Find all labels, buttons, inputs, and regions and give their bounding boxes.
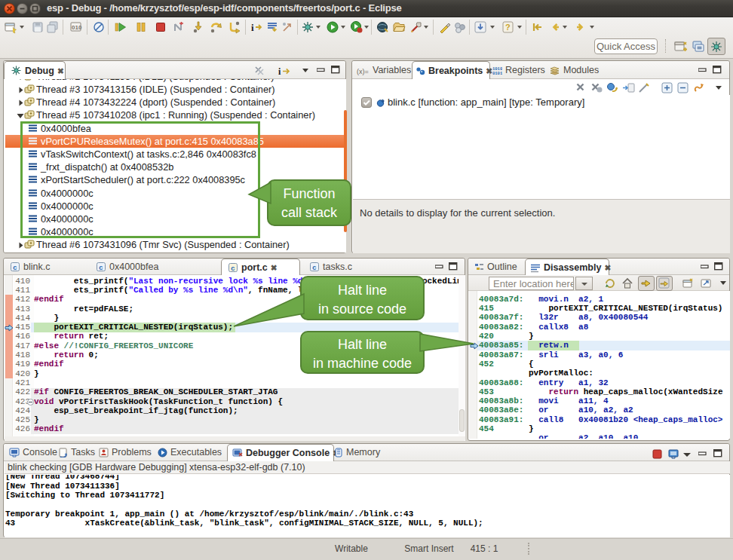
- svg-text:c: c: [312, 264, 317, 272]
- svg-text:0101: 0101: [492, 71, 502, 75]
- svg-text:c: c: [99, 264, 103, 272]
- svg-text:c: c: [13, 264, 17, 272]
- svg-text:i: i: [278, 66, 281, 77]
- svg-text:?: ?: [505, 23, 511, 32]
- svg-text:(x)=: (x)=: [357, 68, 369, 75]
- svg-text:i: i: [251, 22, 254, 33]
- svg-text:010: 010: [72, 24, 82, 31]
- svg-text:c: c: [231, 265, 235, 273]
